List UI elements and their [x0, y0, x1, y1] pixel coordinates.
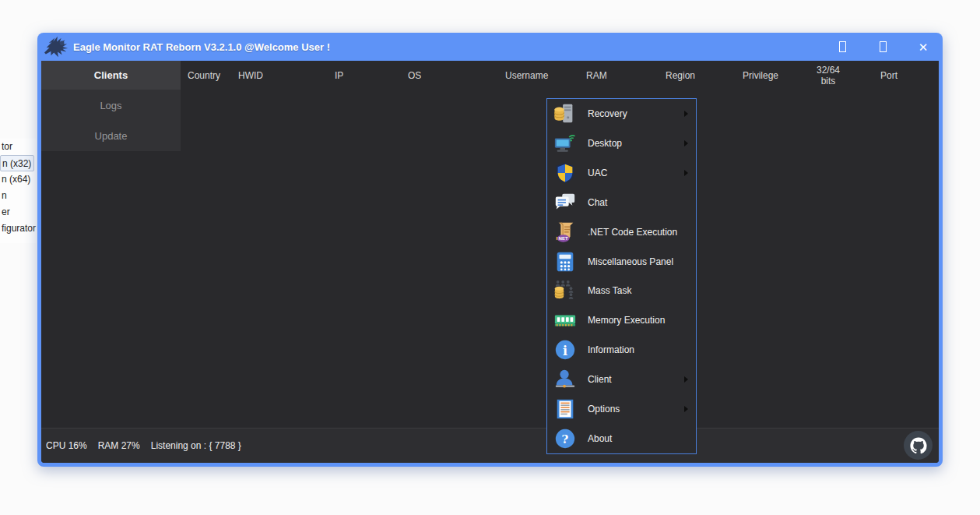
server-database-icon	[553, 102, 577, 125]
close-icon: ✕	[919, 41, 929, 53]
column-country[interactable]: Country	[188, 70, 220, 81]
close-button[interactable]: ✕	[913, 37, 933, 57]
menu-item-miscellaneous-panel[interactable]: Miscellaneous Panel	[547, 247, 696, 277]
menu-item-dotnet-code-execution[interactable]: NET .NET Code Execution	[547, 217, 696, 247]
sidebar-item-clients[interactable]: Clients	[41, 61, 181, 90]
background-menu-item[interactable]: n	[0, 188, 37, 204]
svg-text:i: i	[563, 344, 567, 358]
context-menu: Recovery	[546, 98, 697, 454]
column-ip[interactable]: IP	[335, 70, 343, 81]
sidebar-item-logs[interactable]: Logs	[41, 90, 181, 121]
info-circle-icon: i	[553, 338, 577, 362]
menu-item-information[interactable]: i Information	[547, 335, 696, 365]
calculator-icon	[553, 250, 577, 273]
column-bits[interactable]: 32/64 bits	[808, 65, 848, 86]
column-username[interactable]: Username	[505, 70, 548, 81]
menu-item-mass-task[interactable]: Mass Task	[547, 277, 696, 306]
maximize-button[interactable]	[873, 37, 893, 57]
client-area: Country HWID IP OS Username RAM Region P…	[41, 61, 939, 463]
sidebar-item-update[interactable]: Update	[41, 121, 181, 151]
menu-item-label: About	[588, 433, 612, 444]
background-menu-item-selected[interactable]: n (x32)	[0, 155, 34, 171]
listening-port: Listening on : { 7788 }	[151, 440, 241, 451]
submenu-arrow-icon	[684, 406, 688, 412]
eagle-logo-icon	[42, 34, 72, 62]
maximize-icon	[880, 41, 887, 52]
svg-text:NET: NET	[559, 235, 568, 241]
uac-shield-icon	[553, 161, 577, 185]
menu-item-label: Miscellaneous Panel	[588, 256, 673, 267]
app-window: Eagle Monitor RAT Reborn V3.2.1.0 @Welco…	[37, 33, 943, 467]
menu-item-label: UAC	[588, 168, 607, 178]
database-users-icon	[553, 279, 577, 302]
question-circle-icon: ?	[553, 427, 577, 450]
menu-item-chat[interactable]: Chat	[547, 188, 696, 217]
menu-item-label: Desktop	[588, 138, 622, 149]
menu-item-uac[interactable]: UAC	[547, 158, 696, 188]
background-menu-item[interactable]: n (x64)	[0, 171, 37, 188]
column-hwid[interactable]: HWID	[238, 70, 263, 81]
menu-item-about[interactable]: ? About	[547, 424, 696, 453]
chat-bubbles-icon	[553, 191, 577, 214]
submenu-arrow-icon	[684, 140, 688, 146]
background-menu-item[interactable]: tor	[0, 139, 37, 155]
submenu-arrow-icon	[684, 170, 688, 176]
menu-item-client[interactable]: Client	[547, 365, 696, 394]
dotnet-scroll-icon: NET	[553, 220, 577, 244]
ram-stick-icon	[553, 309, 577, 332]
titlebar[interactable]: Eagle Monitor RAT Reborn V3.2.1.0 @Welco…	[37, 33, 943, 61]
menu-item-label: Client	[588, 374, 612, 385]
menu-item-label: Options	[588, 404, 620, 414]
submenu-arrow-icon	[684, 111, 688, 117]
menu-item-label: Recovery	[588, 108, 627, 119]
background-menu-item[interactable]: figurator	[0, 220, 37, 237]
document-list-icon	[553, 397, 577, 421]
submenu-arrow-icon	[684, 376, 688, 383]
minimize-button[interactable]	[832, 37, 852, 57]
menu-item-memory-execution[interactable]: Memory Execution	[547, 305, 696, 335]
menu-item-desktop[interactable]: Desktop	[547, 129, 696, 158]
background-menu-item[interactable]: er	[0, 204, 37, 220]
column-port[interactable]: Port	[880, 70, 897, 81]
status-bar: CPU 16% RAM 27% Listening on : { 7788 }	[41, 428, 939, 463]
window-title: Eagle Monitor RAT Reborn V3.2.1.0 @Welco…	[73, 41, 330, 53]
menu-item-label: .NET Code Execution	[588, 227, 677, 238]
svg-text:?: ?	[562, 432, 569, 446]
ram-usage: RAM 27%	[98, 440, 140, 451]
column-privilege[interactable]: Privilege	[743, 70, 778, 81]
column-ram[interactable]: RAM	[586, 70, 607, 81]
menu-item-options[interactable]: Options	[547, 394, 696, 424]
monitor-wifi-icon	[553, 132, 577, 155]
sidebar: Clients Logs Update	[41, 61, 181, 151]
menu-item-label: Memory Execution	[588, 315, 665, 326]
column-os[interactable]: OS	[408, 70, 421, 81]
user-icon	[553, 368, 577, 391]
menu-item-recovery[interactable]: Recovery	[547, 99, 696, 129]
menu-item-label: Mass Task	[588, 285, 631, 296]
menu-item-label: Information	[588, 344, 634, 355]
background-context-menu: tor n (x32) n (x64) n er figurator	[0, 139, 37, 243]
cpu-usage: CPU 16%	[46, 440, 87, 451]
github-octocat-icon	[908, 436, 929, 456]
menu-item-label: Chat	[588, 197, 607, 208]
github-button[interactable]	[904, 431, 933, 460]
column-region[interactable]: Region	[666, 70, 695, 81]
minimize-icon	[839, 41, 846, 52]
